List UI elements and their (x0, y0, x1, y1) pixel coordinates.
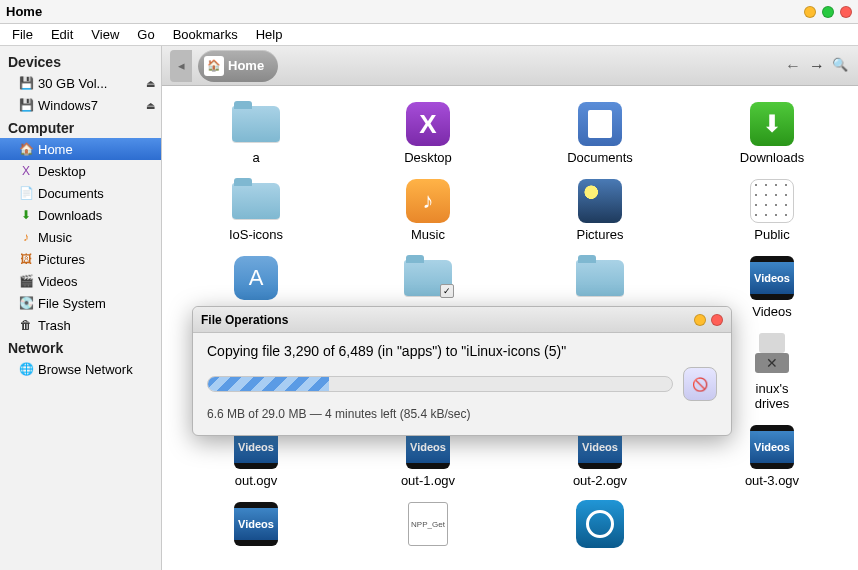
breadcrumb-back[interactable]: ◂ (170, 50, 192, 82)
sidebar-item-downloads[interactable]: ⬇Downloads (0, 204, 161, 226)
file-label: Public (754, 227, 789, 242)
net-icon: 🌐 (18, 361, 34, 377)
docs-icon: 📄 (18, 185, 34, 201)
sidebar-header: Devices (0, 50, 161, 72)
music-icon: ♪ (18, 229, 34, 245)
file-item[interactable]: Pictures (534, 177, 666, 242)
file-label: Downloads (740, 150, 804, 165)
file-item[interactable]: a (190, 100, 322, 165)
sidebar-item-label: Windows7 (38, 98, 142, 113)
folder-icon (228, 177, 284, 225)
fs-icon: 💽 (18, 295, 34, 311)
sidebar-item-pictures[interactable]: 🖼Pictures (0, 248, 161, 270)
file-item[interactable] (534, 500, 666, 550)
pictures-icon (572, 177, 628, 225)
folder-synced-icon: ✓ (400, 254, 456, 302)
file-item[interactable]: ⬇Downloads (706, 100, 838, 165)
dl-icon: ⬇ (18, 207, 34, 223)
trash-icon: 🗑 (18, 317, 34, 333)
locked-drive-icon: ✕ (744, 331, 800, 379)
sidebar-item-label: Desktop (38, 164, 155, 179)
pics-icon: 🖼 (18, 251, 34, 267)
video-icon: Videos (228, 500, 284, 548)
eject-icon[interactable]: ⏏ (146, 78, 155, 89)
menu-go[interactable]: Go (129, 25, 162, 44)
dialog-title: File Operations (201, 313, 288, 327)
sidebar-item-30-gb-vol-[interactable]: 💾30 GB Vol...⏏ (0, 72, 161, 94)
maximize-button[interactable] (822, 6, 834, 18)
sidebar: Devices💾30 GB Vol...⏏💾Windows7⏏Computer🏠… (0, 46, 162, 570)
stop-button[interactable]: 🚫 (683, 367, 717, 401)
file-item[interactable]: Public (706, 177, 838, 242)
window-title: Home (6, 4, 42, 19)
file-label: inux's drives (755, 381, 790, 411)
file-label: Documents (567, 150, 633, 165)
file-label: Desktop (404, 150, 452, 165)
file-label: Videos (752, 304, 792, 319)
menu-bookmarks[interactable]: Bookmarks (165, 25, 246, 44)
dialog-minimize-button[interactable] (694, 314, 706, 326)
sidebar-item-label: Music (38, 230, 155, 245)
sidebar-item-label: Pictures (38, 252, 155, 267)
sidebar-header: Network (0, 336, 161, 358)
music-icon: ♪ (400, 177, 456, 225)
dialog-detail-text: 6.6 MB of 29.0 MB — 4 minutes left (85.4… (207, 407, 717, 421)
public-icon (744, 177, 800, 225)
nav-forward-icon[interactable]: → (808, 57, 826, 75)
home-icon: 🏠 (204, 56, 224, 76)
vid-icon: 🎬 (18, 273, 34, 289)
sidebar-item-music[interactable]: ♪Music (0, 226, 161, 248)
drive-icon: 💾 (18, 97, 34, 113)
templates-icon: A (228, 254, 284, 302)
sidebar-item-browse-network[interactable]: 🌐Browse Network (0, 358, 161, 380)
file-operations-dialog: File Operations Copying file 3,290 of 6,… (192, 306, 732, 436)
window-titlebar: Home (0, 0, 858, 24)
media-player-icon (572, 500, 628, 548)
menu-help[interactable]: Help (248, 25, 291, 44)
sidebar-item-desktop[interactable]: XDesktop (0, 160, 161, 182)
sidebar-item-label: Documents (38, 186, 155, 201)
downloads-icon: ⬇ (744, 100, 800, 148)
breadcrumb-home[interactable]: 🏠 Home (198, 50, 278, 82)
folder-icon (228, 100, 284, 148)
menu-edit[interactable]: Edit (43, 25, 81, 44)
file-item[interactable]: Documents (534, 100, 666, 165)
dialog-titlebar: File Operations (193, 307, 731, 333)
sidebar-item-label: Trash (38, 318, 155, 333)
sidebar-item-videos[interactable]: 🎬Videos (0, 270, 161, 292)
nav-back-icon[interactable]: ← (784, 57, 802, 75)
text-file-icon: NPP_Get (400, 500, 456, 548)
file-label: out-1.ogv (401, 473, 455, 488)
sidebar-item-home[interactable]: 🏠Home (0, 138, 161, 160)
desktop-icon: X (400, 100, 456, 148)
sidebar-item-label: Browse Network (38, 362, 155, 377)
file-label: Music (411, 227, 445, 242)
dialog-close-button[interactable] (711, 314, 723, 326)
file-item[interactable]: XDesktop (362, 100, 494, 165)
sidebar-item-documents[interactable]: 📄Documents (0, 182, 161, 204)
file-item[interactable]: IoS-icons (190, 177, 322, 242)
folder-icon (572, 254, 628, 302)
menu-file[interactable]: File (4, 25, 41, 44)
sidebar-item-file-system[interactable]: 💽File System (0, 292, 161, 314)
file-label: a (252, 150, 259, 165)
eject-icon[interactable]: ⏏ (146, 100, 155, 111)
search-icon[interactable]: 🔍 (832, 57, 850, 75)
sidebar-item-windows7[interactable]: 💾Windows7⏏ (0, 94, 161, 116)
file-label: out-2.ogv (573, 473, 627, 488)
file-label: out-3.ogv (745, 473, 799, 488)
desktop-icon: X (18, 163, 34, 179)
video-icon: Videos (744, 423, 800, 471)
documents-icon (572, 100, 628, 148)
window-controls (804, 6, 852, 18)
file-item[interactable]: NPP_Get (362, 500, 494, 550)
menu-view[interactable]: View (83, 25, 127, 44)
file-item[interactable]: Videos (190, 500, 322, 550)
sidebar-item-trash[interactable]: 🗑Trash (0, 314, 161, 336)
sidebar-item-label: Home (38, 142, 155, 157)
close-button[interactable] (840, 6, 852, 18)
file-item[interactable]: ♪Music (362, 177, 494, 242)
minimize-button[interactable] (804, 6, 816, 18)
home-icon: 🏠 (18, 141, 34, 157)
sidebar-header: Computer (0, 116, 161, 138)
